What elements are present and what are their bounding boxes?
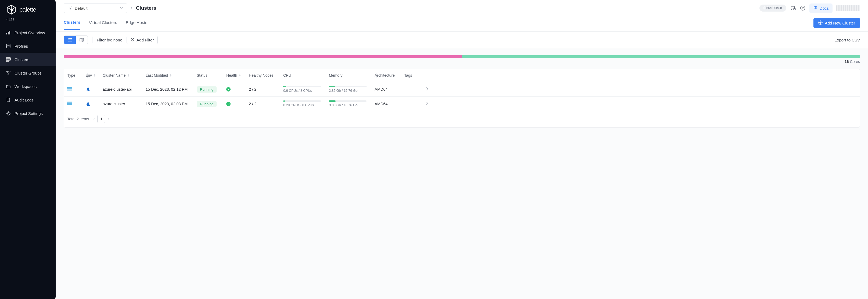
export-csv-button[interactable]: Export to CSV [834, 38, 860, 42]
sidebar-item-profiles[interactable]: Profiles [0, 39, 56, 53]
network-icon [6, 71, 11, 75]
healthy-nodes-cell: 2 / 2 [249, 102, 283, 106]
sidebar-item-label: Audit Logs [14, 98, 34, 102]
docs-button[interactable]: Docs [809, 3, 833, 13]
cpu-meter [283, 86, 321, 87]
clusters-icon [6, 57, 11, 62]
table-row[interactable]: azure-cluster 15 Dec, 2023, 02:03 PM Run… [64, 97, 860, 111]
cores-usage-bar [64, 55, 860, 58]
memory-meter [329, 100, 367, 102]
memory-cell: 3.03 Gb / 16.76 Gb [329, 100, 375, 107]
tab-virtual-clusters[interactable]: Virtual Clusters [89, 20, 117, 29]
sidebar-item-workspaces[interactable]: Workspaces [0, 80, 56, 93]
svg-rect-25 [67, 103, 72, 104]
pager-current-page[interactable]: 1 [97, 115, 105, 123]
col-cpu[interactable]: CPU [283, 73, 329, 78]
memory-meter [329, 86, 367, 87]
tab-edge-hosts[interactable]: Edge Hosts [126, 20, 147, 29]
docs-label: Docs [819, 6, 829, 10]
bar-chart-icon [6, 30, 11, 35]
cluster-name-cell: azure-cluster-api [103, 87, 146, 91]
compass-icon[interactable] [800, 5, 806, 11]
svg-point-14 [68, 38, 69, 39]
col-tags[interactable]: Tags [404, 73, 420, 78]
add-filter-button[interactable]: Add Filter [127, 36, 158, 44]
cluster-type-icon [67, 102, 72, 105]
col-health[interactable]: Health▲▼ [226, 73, 249, 78]
sidebar-item-clusters[interactable]: Clusters [0, 53, 56, 66]
list-view-button[interactable] [64, 36, 76, 44]
cpu-meter [283, 100, 321, 102]
main-area: Default / Clusters 0.66/100kCh Docs Clus… [56, 0, 868, 299]
cluster-type-icon [67, 87, 72, 91]
table-row[interactable]: azure-cluster-api 15 Dec, 2023, 02:12 PM… [64, 82, 860, 97]
chevron-down-icon [120, 6, 123, 10]
document-icon [6, 98, 11, 102]
svg-rect-23 [67, 90, 72, 91]
chat-icon[interactable] [790, 5, 796, 11]
svg-rect-15 [69, 38, 72, 39]
svg-point-10 [7, 112, 9, 114]
map-view-button[interactable] [76, 36, 88, 44]
table-header: Type Env▲▼ Cluster Name▲▼ Last Modified▲… [64, 69, 860, 82]
health-cell [226, 87, 249, 91]
view-toggle [64, 35, 88, 44]
sort-icon: ▲▼ [94, 74, 96, 77]
sidebar-item-label: Workspaces [14, 84, 36, 89]
sidebar-item-project-settings[interactable]: Project Settings [0, 107, 56, 120]
sidebar-item-label: Profiles [14, 44, 28, 49]
col-architecture[interactable]: Architecture [375, 73, 404, 78]
cores-used-segment [64, 55, 462, 58]
tab-clusters[interactable]: Clusters [64, 20, 80, 30]
scope-selector[interactable]: Default [64, 3, 127, 13]
scope-label: Default [75, 6, 117, 10]
azure-icon [86, 86, 90, 91]
col-last-modified[interactable]: Last Modified▲▼ [146, 73, 197, 78]
filter-by-label: Filter by: none [97, 38, 122, 42]
sidebar-item-audit-logs[interactable]: Audit Logs [0, 93, 56, 107]
scope-icon [68, 6, 72, 10]
col-status[interactable]: Status [197, 73, 226, 78]
col-memory[interactable]: Memory [329, 73, 375, 78]
svg-rect-6 [6, 61, 9, 62]
book-icon [813, 6, 817, 11]
svg-rect-5 [6, 59, 10, 60]
col-env[interactable]: Env▲▼ [86, 73, 103, 78]
cores-free-segment [462, 55, 860, 58]
credits-badge[interactable]: 0.66/100kCh [760, 5, 786, 11]
svg-rect-17 [69, 39, 72, 40]
status-badge: Running [197, 86, 217, 92]
svg-rect-24 [67, 102, 72, 103]
topbar: Default / Clusters 0.66/100kCh Docs [56, 0, 868, 13]
healthy-nodes-cell: 2 / 2 [249, 87, 283, 91]
svg-point-7 [6, 71, 7, 72]
status-badge: Running [197, 101, 217, 107]
sidebar-nav: Project Overview Profiles Clusters Clust… [0, 26, 56, 120]
svg-rect-0 [6, 33, 7, 34]
sidebar-item-label: Project Settings [14, 111, 43, 116]
svg-rect-1 [8, 32, 9, 34]
col-type[interactable]: Type [67, 73, 86, 78]
sidebar-item-label: Project Overview [14, 30, 45, 35]
sort-icon: ▲▼ [169, 74, 172, 77]
palette-logo-icon [6, 4, 17, 15]
brand: palette [0, 0, 56, 18]
svg-point-16 [68, 39, 69, 40]
sidebar-item-label: Cluster Groups [14, 71, 42, 75]
pager-prev[interactable]: ‹ [93, 117, 95, 121]
pagination: ‹ 1 › [93, 115, 109, 123]
col-healthy-nodes[interactable]: Healthy Nodes [249, 73, 283, 78]
chevron-right-icon [420, 102, 428, 106]
breadcrumb-separator: / [131, 5, 132, 11]
add-new-cluster-button[interactable]: Add New Cluster [813, 18, 860, 28]
svg-rect-19 [69, 41, 72, 42]
sidebar-item-cluster-groups[interactable]: Cluster Groups [0, 66, 56, 80]
user-menu[interactable] [836, 5, 860, 11]
memory-cell: 2.85 Gb / 16.76 Gb [329, 86, 375, 92]
col-cluster-name[interactable]: Cluster Name▲▼ [103, 73, 146, 78]
env-cell [86, 101, 103, 107]
pager-next[interactable]: › [108, 117, 110, 121]
env-cell [86, 86, 103, 92]
app-version: 4.1.12 [0, 18, 56, 26]
sidebar-item-project-overview[interactable]: Project Overview [0, 26, 56, 39]
